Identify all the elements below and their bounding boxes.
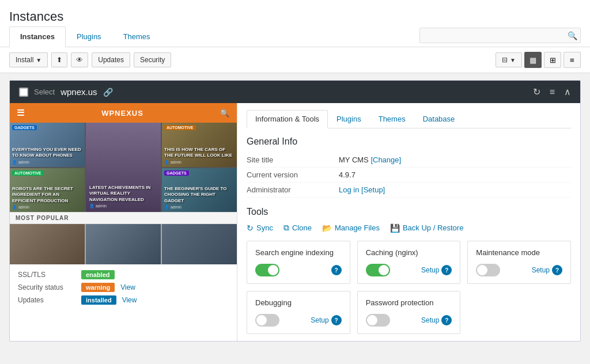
caching-toggle[interactable] xyxy=(366,264,390,276)
debugging-card: Debugging Setup ? xyxy=(247,291,350,334)
select-checkbox[interactable] xyxy=(19,88,28,97)
security-button[interactable]: Security xyxy=(134,52,171,67)
version-key: Current version xyxy=(247,170,339,179)
ssl-badge: enabled xyxy=(81,270,115,279)
site-title-change-link[interactable]: [Change] xyxy=(370,156,401,164)
hamburger-icon[interactable]: ≡ xyxy=(550,87,555,97)
caching-help-icon[interactable]: ? xyxy=(441,265,452,275)
info-table: Site title MY CMS [Change] Current versi… xyxy=(247,153,571,198)
tab-plugins[interactable]: Plugins xyxy=(66,26,112,47)
site-image-5: GADGETS THE BEGINNER'S GUIDE TO CHOOSING… xyxy=(162,168,237,213)
grid-view-button[interactable]: ⊞ xyxy=(544,52,561,68)
menu-icon[interactable]: ☰ xyxy=(17,108,25,118)
general-info-section: General Info Site title MY CMS [Change] … xyxy=(247,136,571,198)
site-info-section: SSL/TLS enabled Security status warning … xyxy=(10,264,237,314)
caching-title: Caching (nginx) xyxy=(366,248,452,257)
tools-section: Tools ↻ Sync ⧉ Clone 📂 Mana xyxy=(247,207,571,334)
site-topbar: ☰ WPNEXUS 🔍 xyxy=(10,103,237,123)
upload-icon: ⬆ xyxy=(56,56,62,64)
top-tabs-container: Instances Plugins Themes xyxy=(9,26,161,47)
table-view-button[interactable]: ▦ xyxy=(524,52,542,68)
page-title: Instances xyxy=(9,5,581,24)
password-protection-toggle[interactable] xyxy=(366,314,390,327)
maintenance-title: Maintenance mode xyxy=(476,248,562,257)
caching-card: Caching (nginx) Setup xyxy=(357,241,461,284)
password-protection-setup-link[interactable]: Setup xyxy=(421,316,439,324)
updates-label: Updates xyxy=(18,296,75,304)
eye-icon: 👁 xyxy=(76,56,83,64)
caching-setup-link[interactable]: Setup xyxy=(421,266,439,274)
filter-icon: ⊟ xyxy=(502,56,508,64)
sync-icon: ↻ xyxy=(247,223,254,233)
backup-action[interactable]: 💾 Back Up / Restore xyxy=(390,223,464,233)
maintenance-help-icon[interactable]: ? xyxy=(552,265,562,275)
filter-button[interactable]: ⊟ ▼ xyxy=(496,52,522,67)
backup-icon: 💾 xyxy=(390,223,400,233)
list-icon: ≡ xyxy=(570,56,574,65)
site-image-4: AUTOMOTIVE THIS IS HOW THE CARS OF THE F… xyxy=(162,123,237,167)
chevron-down-icon: ▼ xyxy=(36,57,41,63)
refresh-icon[interactable]: ↻ xyxy=(533,86,540,97)
security-row: Security status warning View xyxy=(18,283,229,292)
updates-badge: installed xyxy=(81,295,116,305)
search-icon: 🔍 xyxy=(568,31,577,40)
search-engine-help-icon[interactable]: ? xyxy=(331,265,342,275)
admin-val: Log in [Setup] xyxy=(339,185,385,194)
sync-action[interactable]: ↻ Sync xyxy=(247,223,273,233)
most-popular-bar: MOST POPULAR xyxy=(10,212,237,224)
debugging-toggle[interactable] xyxy=(255,314,279,327)
info-tab-plugins[interactable]: Plugins xyxy=(328,110,370,128)
clone-action[interactable]: ⧉ Clone xyxy=(283,223,312,233)
select-label: Select xyxy=(34,88,55,96)
info-panel: Information & Tools Plugins Themes Datab… xyxy=(237,103,580,341)
maintenance-toggle[interactable] xyxy=(476,264,500,276)
search-input[interactable] xyxy=(419,28,581,43)
updates-button[interactable]: Updates xyxy=(92,52,130,67)
site-images-top: GADGETS EVERYTHING YOU EVER NEED TO KNOW… xyxy=(10,123,237,212)
version-val: 4.9.7 xyxy=(339,170,355,179)
chevron-up-icon[interactable]: ∧ xyxy=(564,86,571,97)
search-engine-card: Search engine indexing ? xyxy=(247,241,350,284)
instance-body: ☰ WPNEXUS 🔍 GADGETS EVERYTHING YOU EVER … xyxy=(10,103,580,341)
password-protection-help-icon[interactable]: ? xyxy=(441,315,452,325)
files-icon: 📂 xyxy=(322,223,332,233)
site-img-bottom-1 xyxy=(10,224,85,264)
updates-view-link[interactable]: View xyxy=(122,296,137,304)
instance-header: Select wpnex.us 🔗 ↻ ≡ ∧ xyxy=(10,81,580,103)
eye-button[interactable]: 👁 xyxy=(71,52,88,67)
list-view-button[interactable]: ≡ xyxy=(563,52,581,68)
maintenance-card: Maintenance mode Setup xyxy=(467,241,571,284)
password-protection-card: Password protection Setup xyxy=(357,291,461,334)
tab-instances[interactable]: Instances xyxy=(9,26,66,47)
instance-panel: Select wpnex.us 🔗 ↻ ≡ ∧ ☰ WPNEXUS 🔍 xyxy=(9,80,581,342)
debugging-setup-link[interactable]: Setup xyxy=(311,316,328,324)
install-button[interactable]: Install ▼ xyxy=(9,52,48,67)
general-info-title: General Info xyxy=(247,136,571,147)
link-icon[interactable]: 🔗 xyxy=(103,88,113,97)
security-view-link[interactable]: View xyxy=(120,283,135,291)
info-tabs-container: Information & Tools Plugins Themes Datab… xyxy=(247,110,571,128)
info-tab-themes[interactable]: Themes xyxy=(370,110,414,128)
admin-key: Administrator xyxy=(247,185,339,194)
site-search-icon[interactable]: 🔍 xyxy=(220,109,230,117)
login-link[interactable]: Log in [Setup] xyxy=(339,185,385,194)
clone-icon: ⧉ xyxy=(283,223,289,233)
maintenance-setup-link[interactable]: Setup xyxy=(532,266,550,274)
site-images-bottom xyxy=(10,224,237,264)
site-title-val: MY CMS [Change] xyxy=(339,156,401,164)
tools-actions: ↻ Sync ⧉ Clone 📂 Manage Files 💾 xyxy=(247,223,571,233)
site-title: WPNEXUS xyxy=(101,109,143,117)
search-engine-toggle[interactable] xyxy=(255,264,279,276)
admin-row: Administrator Log in [Setup] xyxy=(247,183,571,198)
site-image-3: AUTOMOTIVE ROBOTS ARE THE SECRET INGREDI… xyxy=(10,168,85,213)
tab-themes[interactable]: Themes xyxy=(112,26,161,47)
info-tab-database[interactable]: Database xyxy=(414,110,464,128)
ssl-label: SSL/TLS xyxy=(18,271,75,279)
info-tab-information-tools[interactable]: Information & Tools xyxy=(247,110,328,128)
upload-button[interactable]: ⬆ xyxy=(51,52,67,67)
debugging-help-icon[interactable]: ? xyxy=(331,315,342,325)
manage-files-action[interactable]: 📂 Manage Files xyxy=(322,223,380,233)
security-badge: warning xyxy=(81,283,115,292)
password-protection-title: Password protection xyxy=(366,298,452,307)
updates-row: Updates installed View xyxy=(18,295,229,305)
